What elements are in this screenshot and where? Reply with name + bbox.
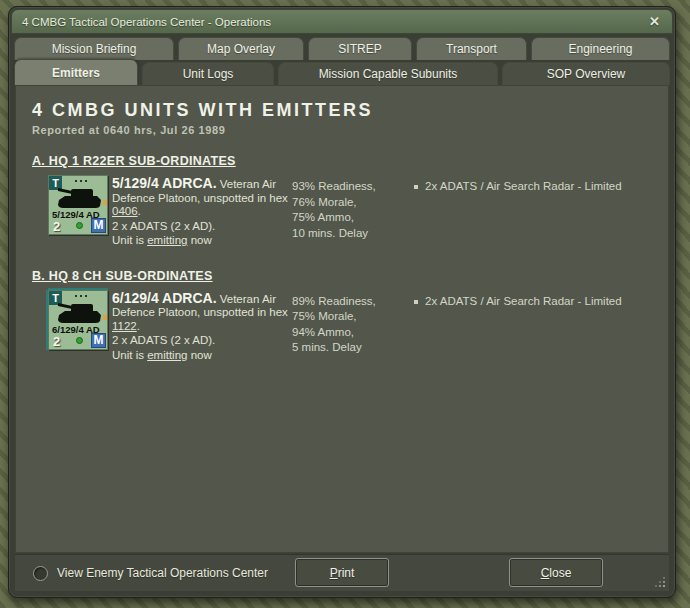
report-timestamp: Reported at 0640 hrs, Jul 26 1989 bbox=[32, 124, 662, 136]
stat-ammo: 75% Ammo, bbox=[292, 210, 398, 226]
unit-status: Unit is emitting now bbox=[112, 234, 288, 248]
hex-link[interactable]: 0406 bbox=[112, 205, 138, 217]
unit-equipment: 2 x ADATS (2 x AD). bbox=[112, 334, 288, 348]
unit-equipment: 2 x ADATS (2 x AD). bbox=[112, 220, 288, 234]
side-marker-icon bbox=[103, 200, 107, 205]
tab-map-overlay[interactable]: Map Overlay bbox=[178, 37, 304, 60]
status-prefix: Unit is bbox=[112, 349, 147, 361]
view-enemy-toc-checkbox[interactable] bbox=[33, 566, 48, 581]
emitting-link[interactable]: emitting bbox=[147, 234, 187, 246]
toc-dialog: 4 CMBG Tactical Operations Center - Oper… bbox=[8, 6, 676, 598]
status-prefix: Unit is bbox=[112, 234, 147, 246]
ammo-dots-icon bbox=[75, 295, 77, 297]
window-title: 4 CMBG Tactical Operations Center - Oper… bbox=[22, 16, 271, 28]
ammo-dots-icon bbox=[75, 180, 77, 182]
close-button[interactable]: Close bbox=[509, 558, 603, 587]
print-button[interactable]: Print bbox=[295, 558, 389, 587]
print-rest: rint bbox=[338, 566, 355, 580]
report-title: 4 CMBG UNITS WITH EMITTERS bbox=[32, 100, 662, 121]
tab-row-1: Mission Briefing Map Overlay SITREP Tran… bbox=[14, 37, 670, 60]
tab-mission-capable-subunits[interactable]: Mission Capable Subunits bbox=[278, 62, 498, 85]
tab-unit-logs[interactable]: Unit Logs bbox=[142, 62, 274, 85]
emitting-link[interactable]: emitting bbox=[147, 349, 187, 361]
unit-strength-label: 2 bbox=[53, 334, 60, 349]
tank-silhouette-icon bbox=[55, 184, 103, 209]
unit-counter-icon[interactable]: T 5/129/4 AD 2 M bbox=[48, 175, 108, 235]
unit-stats: 93% Readiness, 76% Morale, 75% Ammo, 10 … bbox=[292, 175, 398, 241]
unit-strength-label: 2 bbox=[53, 219, 60, 234]
close-icon[interactable]: ✕ bbox=[647, 14, 662, 29]
view-enemy-toc-label: View Enemy Tactical Operations Center bbox=[57, 566, 268, 580]
unit-entry-a: T 5/129/4 AD 2 M 5/129/4 ADRCA. Vetera bbox=[48, 175, 662, 248]
tank-silhouette-icon bbox=[55, 299, 103, 324]
stat-ammo: 94% Ammo, bbox=[292, 325, 398, 341]
tab-sitrep[interactable]: SITREP bbox=[308, 37, 412, 60]
unit-description: 6/129/4 ADRCA. Veteran Air Defence Plato… bbox=[112, 290, 288, 363]
hex-link[interactable]: 1122 bbox=[112, 320, 137, 332]
unit-counter-icon[interactable]: T 6/129/4 AD 2 M bbox=[48, 290, 108, 350]
unit-status: Unit is emitting now bbox=[112, 349, 288, 363]
emitter-note-text: 2x ADATS / Air Search Radar - Limited bbox=[425, 180, 622, 192]
status-dot-icon bbox=[76, 337, 83, 344]
unit-entry-b: T 6/129/4 AD 2 M 6/129/4 ADRCA. Vetera bbox=[48, 290, 662, 363]
unit-stats: 89% Readiness, 75% Morale, 94% Ammo, 5 m… bbox=[292, 290, 398, 356]
bullet-icon bbox=[414, 300, 418, 304]
tab-engineering[interactable]: Engineering bbox=[531, 37, 670, 60]
tab-sop-overview[interactable]: SOP Overview bbox=[502, 62, 670, 85]
emitter-note: 2x ADATS / Air Search Radar - Limited bbox=[402, 290, 662, 307]
section-a-header: A. HQ 1 R22ER SUB-ORDINATES bbox=[32, 154, 662, 168]
tab-row-2: Emitters Unit Logs Mission Capable Subun… bbox=[14, 62, 670, 85]
stat-readiness: 89% Readiness, bbox=[292, 294, 398, 310]
view-enemy-toc-option: View Enemy Tactical Operations Center bbox=[33, 555, 268, 591]
dialog-footer: View Enemy Tactical Operations Center Pr… bbox=[15, 554, 669, 591]
movement-mode-badge: M bbox=[91, 333, 106, 348]
unit-description: 5/129/4 ADRCA. Veteran Air Defence Plato… bbox=[112, 175, 288, 248]
stat-delay: 5 mins. Delay bbox=[292, 340, 398, 356]
resize-grip-icon[interactable] bbox=[653, 575, 666, 588]
emitter-note: 2x ADATS / Air Search Radar - Limited bbox=[402, 175, 662, 192]
section-b-header: B. HQ 8 CH SUB-ORDINATES bbox=[32, 269, 662, 283]
status-suffix: now bbox=[187, 234, 211, 246]
close-rest: lose bbox=[549, 566, 571, 580]
unit-name: 6/129/4 ADRCA. bbox=[112, 290, 217, 306]
print-accel: P bbox=[330, 566, 338, 580]
status-dot-icon bbox=[76, 222, 83, 229]
emitters-report-panel: 4 CMBG UNITS WITH EMITTERS Reported at 0… bbox=[15, 85, 669, 553]
tab-mission-briefing[interactable]: Mission Briefing bbox=[14, 37, 174, 60]
tab-emitters[interactable]: Emitters bbox=[14, 59, 138, 85]
unit-name: 5/129/4 ADRCA. bbox=[112, 175, 217, 191]
stat-morale: 75% Morale, bbox=[292, 309, 398, 325]
hex-suffix: . bbox=[138, 205, 141, 217]
tab-transport[interactable]: Transport bbox=[416, 37, 527, 60]
title-bar[interactable]: 4 CMBG Tactical Operations Center - Oper… bbox=[11, 9, 673, 34]
stat-morale: 76% Morale, bbox=[292, 195, 398, 211]
map-background: 4 CMBG Tactical Operations Center - Oper… bbox=[0, 0, 690, 608]
side-marker-icon bbox=[103, 315, 107, 320]
emitter-note-text: 2x ADATS / Air Search Radar - Limited bbox=[425, 295, 622, 307]
status-suffix: now bbox=[187, 349, 211, 361]
stat-delay: 10 mins. Delay bbox=[292, 226, 398, 242]
stat-readiness: 93% Readiness, bbox=[292, 179, 398, 195]
bullet-icon bbox=[414, 185, 418, 189]
hex-suffix: . bbox=[137, 320, 140, 332]
movement-mode-badge: M bbox=[91, 218, 106, 233]
